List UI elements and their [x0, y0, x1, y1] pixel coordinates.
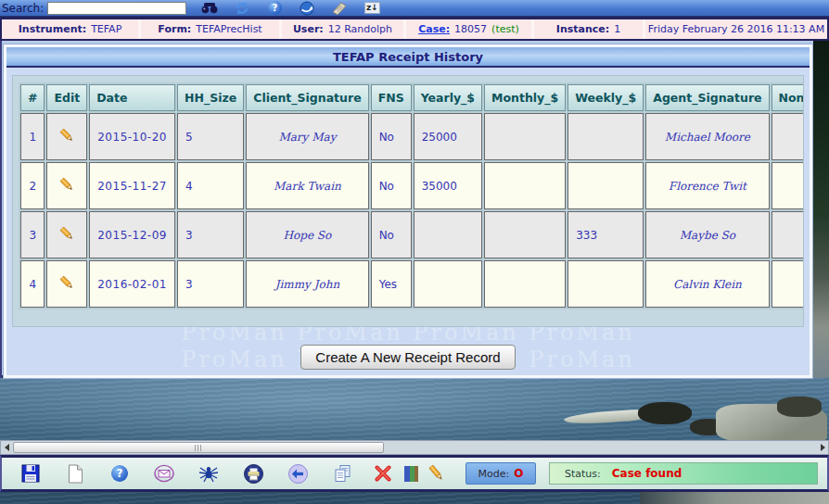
edit-pencil-icon	[58, 274, 76, 292]
table-row: 3 2015-12-09	[20, 211, 804, 258]
monthly-cell	[484, 260, 566, 308]
scrollbar-grip	[195, 445, 203, 451]
spider-icon[interactable]	[198, 463, 219, 484]
edit-pencil-icon	[58, 225, 76, 243]
user-label: User:	[293, 23, 324, 35]
weekly-cell	[568, 113, 644, 160]
table-row: 4 2016-02-01	[20, 260, 804, 308]
edit-cell[interactable]	[46, 113, 87, 160]
date-cell: 2016-02-01	[89, 260, 175, 308]
scrollbar-thumb[interactable]	[13, 442, 384, 453]
fns-cell: No	[371, 211, 412, 258]
date-cell: 2015-11-27	[89, 162, 175, 209]
edit-cell[interactable]	[46, 162, 87, 209]
bottom-toolbar: ?	[0, 455, 829, 492]
print-icon[interactable]	[243, 463, 263, 484]
window-left-edge	[0, 41, 2, 378]
photo-rock	[777, 397, 822, 417]
search-input[interactable]	[47, 2, 186, 15]
fns-cell: Yes	[371, 260, 412, 308]
col-yearly: Yearly_$	[414, 84, 482, 111]
row-num: 4	[20, 260, 45, 308]
mode-label: Mode:	[478, 468, 510, 480]
client-signature: Hope So	[246, 211, 368, 258]
col-nont: NonT	[772, 84, 804, 111]
info-instance: Instance: 1	[534, 19, 645, 39]
refresh-icon[interactable]	[233, 1, 251, 16]
horizontal-scrollbar[interactable]	[0, 440, 829, 455]
instrument-label: Instrument:	[19, 23, 86, 35]
edit-pencil-icon	[58, 176, 76, 194]
help-question-glyph: ?	[268, 1, 282, 15]
help-icon[interactable]: ?	[265, 1, 284, 16]
monthly-cell	[484, 162, 566, 209]
nont-cell	[772, 162, 804, 209]
delete-icon[interactable]	[373, 463, 393, 484]
client-signature: Mary May	[246, 113, 368, 160]
status-bar: Status: Case found	[549, 462, 818, 485]
col-client-signature: Client_Signature	[246, 84, 368, 111]
row-num: 3	[20, 211, 45, 258]
page-title: TEFAP Receipt History	[333, 50, 483, 64]
edit-cell[interactable]	[46, 211, 87, 258]
status-label: Status:	[565, 468, 601, 480]
instrument-value: TEFAP	[91, 23, 121, 35]
save-icon[interactable]	[20, 463, 41, 484]
client-signature: Jimmy John	[246, 260, 368, 308]
status-value: Case found	[612, 467, 682, 480]
info-bar: Instrument: TEFAP Form: TEFAPrecHist Use…	[0, 17, 829, 41]
info-instrument: Instrument: TEFAP	[2, 19, 141, 39]
form-value: TEFAPrecHist	[196, 23, 261, 35]
receipt-table: # Edit Date HH_Size Client_Signature FNS…	[19, 82, 804, 309]
col-num: #	[20, 84, 45, 111]
row-num: 2	[20, 162, 45, 209]
col-weekly: Weekly_$	[568, 84, 644, 111]
copy-icon[interactable]	[332, 463, 352, 484]
agent-signature: Michael Moore	[645, 113, 769, 160]
yearly-cell	[414, 260, 482, 308]
help-icon[interactable]: ?	[109, 463, 130, 484]
client-signature: Mark Twain	[246, 162, 368, 209]
hhsize-cell: 4	[177, 162, 244, 209]
user-value: 12 Randolph	[328, 23, 392, 35]
edit-pencil-icon	[58, 127, 76, 145]
monthly-cell	[484, 211, 566, 258]
case-test-note: (test)	[491, 23, 519, 35]
email-icon[interactable]	[154, 463, 174, 484]
edit-cell[interactable]	[46, 260, 87, 308]
create-receipt-button[interactable]: Create A New Receipt Record	[300, 345, 515, 370]
yearly-cell: 25000	[414, 113, 482, 160]
weekly-cell	[568, 260, 644, 308]
mode-value: O	[514, 467, 523, 480]
edit-pencil-icon[interactable]	[427, 463, 447, 484]
col-monthly: Monthly_$	[484, 84, 566, 111]
form-label: Form:	[158, 23, 191, 35]
yearly-cell	[414, 211, 482, 258]
col-fns: FNS	[371, 84, 412, 111]
script-icon[interactable]	[330, 1, 349, 16]
back-icon[interactable]	[287, 463, 308, 484]
instance-label: Instance:	[556, 23, 609, 35]
exhibit-icon[interactable]	[401, 463, 421, 484]
date-cell: 2015-10-20	[89, 113, 175, 160]
info-user: User: 12 Randolph	[282, 19, 406, 39]
hhsize-cell: 3	[177, 260, 244, 308]
scroll-left-arrow-icon[interactable]	[1, 441, 12, 454]
info-form: Form: TEFAPrecHist	[141, 19, 282, 39]
hhsize-cell: 5	[177, 113, 244, 160]
web-icon[interactable]	[298, 1, 316, 16]
scroll-right-arrow-icon[interactable]	[817, 441, 828, 454]
button-row: Create A New Receipt Record	[6, 345, 810, 370]
nont-cell	[772, 211, 804, 258]
search-label: Search:	[2, 2, 44, 15]
new-document-icon[interactable]	[65, 463, 85, 484]
sort-az-icon[interactable]: z↓	[363, 1, 381, 16]
photo-edge-strip	[813, 41, 829, 378]
fns-cell: No	[371, 162, 412, 209]
agent-signature: Florence Twit	[645, 162, 769, 209]
weekly-cell	[568, 162, 644, 209]
case-link[interactable]: Case:	[418, 23, 450, 35]
receipt-history-panel: TEFAP Receipt History ProMan ProMan ProM…	[4, 44, 812, 378]
monthly-cell	[484, 113, 566, 160]
find-binoculars-icon[interactable]	[200, 1, 219, 16]
